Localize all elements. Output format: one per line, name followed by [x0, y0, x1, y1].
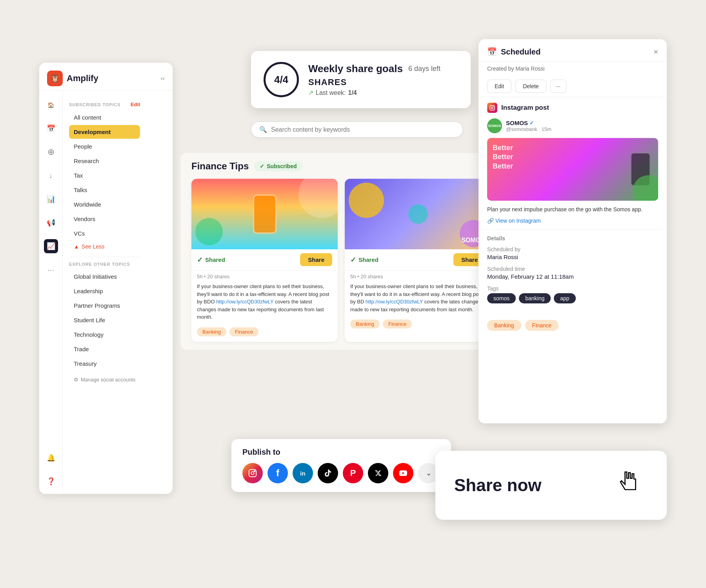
card-2-image: SOMOS	[345, 179, 491, 249]
scheduled-time-row: Scheduled time Monday, February 12 at 11…	[487, 266, 658, 280]
card-1-shared-badge: ✓ Shared	[197, 256, 225, 264]
sidebar-item-vendors[interactable]: Vendors	[69, 212, 140, 226]
nav-icons: 🏠 📅 ⊕ ↓ 📊 📢 📈 ··· 🔔 ❓ SOMOS	[39, 90, 63, 494]
instagram-icon	[487, 103, 497, 113]
tags-list: somos banking app	[487, 293, 658, 303]
explore-topics-label: EXPLORE OTHER TOPICS	[69, 262, 140, 267]
tag-somos[interactable]: somos	[487, 293, 516, 303]
nav-plus-icon[interactable]: ⊕	[44, 145, 58, 159]
goals-text: Weekly share goals 6 days left SHARES ↗ …	[308, 63, 440, 96]
sidebar-item-talks[interactable]: Talks	[69, 183, 140, 197]
shares-label: SHARES	[308, 77, 440, 87]
card-1-share-button[interactable]: Share	[300, 253, 332, 266]
brand: 🦉 Amplify	[47, 71, 98, 86]
sidebar-item-technology[interactable]: Technology	[69, 328, 140, 341]
card-2-tag-finance[interactable]: Finance	[383, 319, 412, 328]
search-bar: 🔍	[251, 122, 463, 138]
panel-creator: Created by Maria Rossi	[479, 62, 667, 76]
card-2-tags: Banking Finance	[345, 316, 491, 334]
more-options-button[interactable]: ···	[550, 80, 567, 93]
details-section: Details Scheduled by Maria Rossi Schedul…	[479, 230, 667, 314]
card-2-tag-banking[interactable]: Banking	[350, 319, 380, 328]
sidebar-item-all-content[interactable]: All content	[69, 111, 140, 124]
content-card-2: SOMOS ✓ Shared Share 5h • 20 shares If y…	[345, 179, 491, 342]
last-week: ↗ Last week: 1/4	[308, 89, 440, 96]
nav-analytics-icon[interactable]: 📈	[44, 239, 58, 253]
nav-home-icon[interactable]: 🏠	[44, 98, 58, 112]
decorative-circle-sm	[195, 218, 223, 245]
nav-download-icon[interactable]: ↓	[44, 169, 58, 183]
delete-button[interactable]: Delete	[515, 80, 546, 93]
card-1-link[interactable]: http://ow.ly/ccQD30zfwLY	[216, 299, 273, 305]
sidebar: 🦉 Amplify ‹‹ 🏠 📅 ⊕ ↓ 📊 📢 📈 ··· 🔔 ❓ SOMOS	[39, 63, 173, 494]
card-2-link[interactable]: http://ow.ly/ccQD30zfwLY	[366, 299, 423, 305]
publish-title: Publish to	[242, 448, 440, 457]
sidebar-item-student-life[interactable]: Student Life	[69, 313, 140, 327]
pinterest-publish-icon[interactable]: P	[343, 463, 363, 483]
edit-button[interactable]: Edit	[487, 80, 511, 93]
nav-calendar-icon[interactable]: 📅	[44, 122, 58, 136]
nav-bell-icon[interactable]: 🔔	[44, 451, 58, 465]
app-name: Amplify	[67, 73, 98, 83]
verified-icon: ✓	[530, 120, 534, 126]
sidebar-item-leadership[interactable]: Leadership	[69, 284, 140, 298]
subscribed-topics-label: SUBSCRIBED TOPICS Edit	[69, 102, 140, 107]
sidebar-item-people[interactable]: People	[69, 140, 140, 153]
x-publish-icon[interactable]	[368, 463, 388, 483]
card-1-image	[191, 179, 338, 249]
card-1-actions: ✓ Shared Share	[191, 249, 338, 270]
social-icons-list: f in P ⌄	[242, 463, 440, 483]
linkedin-publish-icon[interactable]: in	[293, 463, 313, 483]
collapse-button[interactable]: ‹‹	[160, 75, 165, 82]
sphere-3	[408, 204, 428, 224]
panel-title: 📅 Scheduled	[487, 47, 540, 56]
sidebar-item-global-initiatives[interactable]: Global Initiatives	[69, 270, 140, 283]
see-less-link[interactable]: ▲ See Less	[69, 241, 140, 252]
sidebar-item-tax[interactable]: Tax	[69, 169, 140, 182]
scheduled-by-row: Scheduled by Maria Rossi	[487, 246, 658, 260]
edit-topics-link[interactable]: Edit	[131, 102, 140, 107]
nav-more-icon[interactable]: ···	[44, 263, 58, 277]
tiktok-publish-icon[interactable]	[318, 463, 338, 483]
card-1-tag-banking[interactable]: Banking	[197, 327, 226, 336]
youtube-publish-icon[interactable]	[393, 463, 413, 483]
sidebar-item-partner-programs[interactable]: Partner Programs	[69, 299, 140, 312]
sidebar-item-vcs[interactable]: VCs	[69, 227, 140, 240]
sidebar-item-development[interactable]: Development	[69, 125, 140, 139]
panel-actions: Edit Delete ···	[479, 76, 667, 97]
instagram-publish-icon[interactable]	[242, 463, 263, 483]
sidebar-header: 🦉 Amplify ‹‹	[39, 63, 173, 91]
search-input[interactable]	[271, 126, 455, 133]
goals-circle: 4/4	[264, 62, 299, 97]
sidebar-item-treasury[interactable]: Treasury	[69, 357, 140, 370]
facebook-publish-icon[interactable]: f	[267, 463, 288, 483]
bottom-tag-finance[interactable]: Finance	[525, 320, 559, 331]
card-2-meta: 5h • 20 shares	[345, 270, 491, 281]
bottom-tag-banking[interactable]: Banking	[487, 320, 521, 331]
nav-megaphone-icon[interactable]: 📢	[44, 216, 58, 230]
svg-point-4	[251, 472, 254, 474]
sidebar-divider	[69, 257, 140, 257]
content-card-1: ✓ Shared Share 5h • 20 shares If your bu…	[191, 179, 338, 342]
view-on-instagram-link[interactable]: 🔗 View on Instagram	[487, 218, 658, 224]
scheduled-time-label: Scheduled time	[487, 266, 658, 272]
shared-check-icon-2: ✓	[350, 256, 356, 264]
nav-chart-icon[interactable]: 📊	[44, 192, 58, 206]
goals-shares: SHARES ↗ Last week: 1/4	[308, 77, 440, 96]
ig-label: Instagram post	[487, 103, 658, 113]
scheduled-by-value: Maria Rossi	[487, 254, 658, 260]
ig-account-info: SOMOS ✓ @somosbank · 15m	[506, 120, 551, 132]
svg-point-2	[493, 107, 494, 107]
tag-app[interactable]: app	[554, 293, 575, 303]
manage-social-accounts-link[interactable]: ⚙ Manage social accounts	[69, 374, 140, 386]
nav-help-icon[interactable]: ❓	[44, 474, 58, 488]
panel-close-button[interactable]: ×	[653, 47, 658, 56]
tag-banking[interactable]: banking	[519, 293, 551, 303]
sidebar-item-trade[interactable]: Trade	[69, 342, 140, 356]
scheduled-time-value: Monday, February 12 at 11:18am	[487, 273, 658, 280]
sidebar-item-worldwide[interactable]: Worldwide	[69, 198, 140, 211]
card-1-tag-finance[interactable]: Finance	[229, 327, 258, 336]
publish-card: Publish to f in P	[231, 439, 451, 492]
sidebar-item-research[interactable]: Research	[69, 154, 140, 168]
card-1-img-bg	[191, 179, 338, 249]
